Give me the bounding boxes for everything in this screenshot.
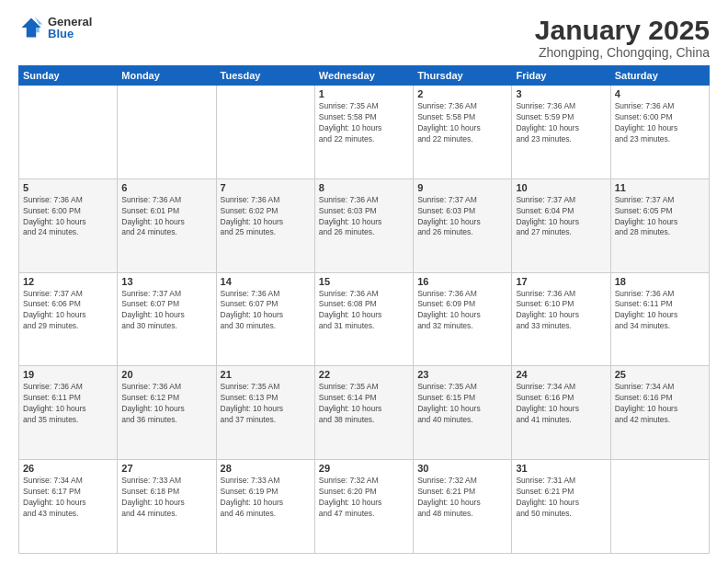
day-info: Sunrise: 7:37 AM Sunset: 6:04 PM Dayligh… [516, 195, 606, 239]
calendar-table: Sunday Monday Tuesday Wednesday Thursday… [18, 65, 710, 554]
col-monday: Monday [118, 66, 216, 86]
day-info: Sunrise: 7:34 AM Sunset: 6:17 PM Dayligh… [23, 476, 113, 520]
day-info: Sunrise: 7:36 AM Sunset: 6:02 PM Dayligh… [221, 195, 311, 239]
day-number: 25 [615, 369, 705, 380]
day-info: Sunrise: 7:36 AM Sunset: 6:00 PM Dayligh… [615, 101, 705, 145]
col-wednesday: Wednesday [314, 66, 413, 86]
week-row-2: 5Sunrise: 7:36 AM Sunset: 6:00 PM Daylig… [19, 178, 710, 272]
day-number: 21 [221, 369, 311, 380]
day-cell: 13Sunrise: 7:37 AM Sunset: 6:07 PM Dayli… [118, 272, 216, 366]
day-info: Sunrise: 7:35 AM Sunset: 5:58 PM Dayligh… [319, 101, 409, 145]
day-cell: 4Sunrise: 7:36 AM Sunset: 6:00 PM Daylig… [610, 86, 709, 179]
day-number: 13 [121, 276, 211, 287]
day-info: Sunrise: 7:36 AM Sunset: 6:08 PM Dayligh… [319, 289, 409, 333]
header: General Blue January 2025 Zhongping, Cho… [18, 15, 710, 60]
day-info: Sunrise: 7:32 AM Sunset: 6:21 PM Dayligh… [417, 476, 507, 520]
day-info: Sunrise: 7:36 AM Sunset: 6:01 PM Dayligh… [121, 195, 211, 239]
day-info: Sunrise: 7:32 AM Sunset: 6:20 PM Dayligh… [319, 476, 409, 520]
day-cell: 14Sunrise: 7:36 AM Sunset: 6:07 PM Dayli… [216, 272, 314, 366]
day-number: 2 [417, 88, 507, 99]
day-cell: 18Sunrise: 7:36 AM Sunset: 6:11 PM Dayli… [610, 272, 709, 366]
day-info: Sunrise: 7:33 AM Sunset: 6:19 PM Dayligh… [221, 476, 311, 520]
day-info: Sunrise: 7:33 AM Sunset: 6:18 PM Dayligh… [121, 476, 211, 520]
day-info: Sunrise: 7:31 AM Sunset: 6:21 PM Dayligh… [516, 476, 606, 520]
day-info: Sunrise: 7:36 AM Sunset: 5:58 PM Dayligh… [417, 101, 507, 145]
day-info: Sunrise: 7:36 AM Sunset: 5:59 PM Dayligh… [516, 101, 606, 145]
day-info: Sunrise: 7:36 AM Sunset: 6:12 PM Dayligh… [121, 382, 211, 426]
day-cell: 23Sunrise: 7:35 AM Sunset: 6:15 PM Dayli… [414, 366, 512, 460]
week-row-3: 12Sunrise: 7:37 AM Sunset: 6:06 PM Dayli… [19, 272, 710, 366]
day-cell [216, 86, 314, 179]
col-sunday: Sunday [19, 66, 118, 86]
week-row-5: 26Sunrise: 7:34 AM Sunset: 6:17 PM Dayli… [19, 460, 710, 554]
week-row-1: 1Sunrise: 7:35 AM Sunset: 5:58 PM Daylig… [19, 86, 710, 179]
week-row-4: 19Sunrise: 7:36 AM Sunset: 6:11 PM Dayli… [19, 366, 710, 460]
day-cell: 16Sunrise: 7:36 AM Sunset: 6:09 PM Dayli… [414, 272, 512, 366]
day-info: Sunrise: 7:36 AM Sunset: 6:11 PM Dayligh… [23, 382, 113, 426]
day-cell: 30Sunrise: 7:32 AM Sunset: 6:21 PM Dayli… [414, 460, 512, 554]
calendar-subtitle: Zhongping, Chongqing, China [535, 45, 710, 60]
day-cell: 20Sunrise: 7:36 AM Sunset: 6:12 PM Dayli… [118, 366, 216, 460]
day-info: Sunrise: 7:35 AM Sunset: 6:14 PM Dayligh… [319, 382, 409, 426]
day-cell: 21Sunrise: 7:35 AM Sunset: 6:13 PM Dayli… [216, 366, 314, 460]
day-cell: 25Sunrise: 7:34 AM Sunset: 6:16 PM Dayli… [610, 366, 709, 460]
day-info: Sunrise: 7:36 AM Sunset: 6:09 PM Dayligh… [417, 289, 507, 333]
day-info: Sunrise: 7:36 AM Sunset: 6:03 PM Dayligh… [319, 195, 409, 239]
calendar-title: January 2025 [535, 15, 710, 45]
day-cell: 26Sunrise: 7:34 AM Sunset: 6:17 PM Dayli… [19, 460, 118, 554]
day-info: Sunrise: 7:35 AM Sunset: 6:13 PM Dayligh… [221, 382, 311, 426]
title-block: January 2025 Zhongping, Chongqing, China [535, 15, 710, 60]
page: General Blue January 2025 Zhongping, Cho… [0, 0, 728, 563]
day-number: 20 [121, 369, 211, 380]
day-number: 27 [121, 463, 211, 474]
day-cell: 22Sunrise: 7:35 AM Sunset: 6:14 PM Dayli… [314, 366, 413, 460]
day-info: Sunrise: 7:36 AM Sunset: 6:11 PM Dayligh… [615, 289, 705, 333]
col-tuesday: Tuesday [216, 66, 314, 86]
day-cell: 24Sunrise: 7:34 AM Sunset: 6:16 PM Dayli… [512, 366, 610, 460]
day-cell: 17Sunrise: 7:36 AM Sunset: 6:10 PM Dayli… [512, 272, 610, 366]
day-cell: 9Sunrise: 7:37 AM Sunset: 6:03 PM Daylig… [414, 178, 512, 272]
day-cell: 8Sunrise: 7:36 AM Sunset: 6:03 PM Daylig… [314, 178, 413, 272]
day-cell: 28Sunrise: 7:33 AM Sunset: 6:19 PM Dayli… [216, 460, 314, 554]
day-number: 12 [23, 276, 113, 287]
day-number: 11 [615, 182, 705, 193]
day-cell: 3Sunrise: 7:36 AM Sunset: 5:59 PM Daylig… [512, 86, 610, 179]
day-number: 15 [319, 276, 409, 287]
day-number: 16 [417, 276, 507, 287]
day-number: 6 [121, 182, 211, 193]
day-number: 3 [516, 88, 606, 99]
day-cell: 27Sunrise: 7:33 AM Sunset: 6:18 PM Dayli… [118, 460, 216, 554]
day-info: Sunrise: 7:36 AM Sunset: 6:10 PM Dayligh… [516, 289, 606, 333]
day-number: 7 [221, 182, 311, 193]
day-info: Sunrise: 7:37 AM Sunset: 6:06 PM Dayligh… [23, 289, 113, 333]
day-cell: 10Sunrise: 7:37 AM Sunset: 6:04 PM Dayli… [512, 178, 610, 272]
day-info: Sunrise: 7:35 AM Sunset: 6:15 PM Dayligh… [417, 382, 507, 426]
day-cell: 15Sunrise: 7:36 AM Sunset: 6:08 PM Dayli… [314, 272, 413, 366]
day-number: 22 [319, 369, 409, 380]
logo-text: General Blue [48, 16, 92, 40]
day-number: 10 [516, 182, 606, 193]
day-info: Sunrise: 7:37 AM Sunset: 6:07 PM Dayligh… [121, 289, 211, 333]
day-number: 23 [417, 369, 507, 380]
day-number: 19 [23, 369, 113, 380]
day-number: 29 [319, 463, 409, 474]
day-cell: 6Sunrise: 7:36 AM Sunset: 6:01 PM Daylig… [118, 178, 216, 272]
day-cell: 1Sunrise: 7:35 AM Sunset: 5:58 PM Daylig… [314, 86, 413, 179]
day-number: 31 [516, 463, 606, 474]
header-row: Sunday Monday Tuesday Wednesday Thursday… [19, 66, 710, 86]
day-cell [118, 86, 216, 179]
day-cell: 11Sunrise: 7:37 AM Sunset: 6:05 PM Dayli… [610, 178, 709, 272]
day-cell: 2Sunrise: 7:36 AM Sunset: 5:58 PM Daylig… [414, 86, 512, 179]
logo-blue-text: Blue [48, 28, 92, 40]
logo-icon [18, 15, 44, 40]
day-info: Sunrise: 7:36 AM Sunset: 6:07 PM Dayligh… [221, 289, 311, 333]
day-cell: 19Sunrise: 7:36 AM Sunset: 6:11 PM Dayli… [19, 366, 118, 460]
day-cell [610, 460, 709, 554]
day-number: 18 [615, 276, 705, 287]
day-number: 28 [221, 463, 311, 474]
day-number: 30 [417, 463, 507, 474]
col-thursday: Thursday [414, 66, 512, 86]
day-info: Sunrise: 7:34 AM Sunset: 6:16 PM Dayligh… [615, 382, 705, 426]
day-cell: 7Sunrise: 7:36 AM Sunset: 6:02 PM Daylig… [216, 178, 314, 272]
day-number: 8 [319, 182, 409, 193]
